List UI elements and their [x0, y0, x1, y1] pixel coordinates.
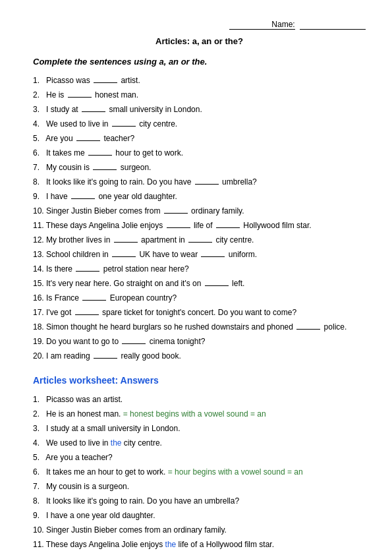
q14: 14. Is there petrol station near here?	[33, 263, 366, 275]
a2: 2. He is an honest man. = honest begins …	[33, 408, 366, 420]
answers-title: Articles worksheet: Answers	[33, 375, 366, 386]
a11: 11. These days Angelina Jolie enjoys the…	[33, 539, 366, 550]
a5: 5. Are you a teacher?	[33, 452, 366, 463]
a3: 3. I study at a small university in Lond…	[33, 423, 366, 434]
main-title: Articles: a, an or the?	[33, 36, 366, 46]
q18: 18. Simon thought he heard burglars so h…	[33, 321, 366, 333]
a6: 6. It takes me an hour to get to work. =…	[33, 466, 366, 478]
q4: 4. We used to live in city centre.	[33, 118, 366, 130]
q20: 20. I am reading really good book.	[33, 350, 366, 362]
a4: 4. We used to live in the city centre.	[33, 437, 366, 449]
q16: 16. Is France European country?	[33, 292, 366, 304]
q11: 11. These days Angelina Jolie enjoys lif…	[33, 219, 366, 231]
q19: 19. Do you want to go to cinema tonight?	[33, 336, 366, 347]
a7: 7. My cousin is a surgeon.	[33, 481, 366, 492]
question-list: 1. Picasso was artist. 2. He is honest m…	[33, 74, 366, 362]
q6: 6. It takes me hour to get to work.	[33, 147, 366, 159]
q17: 17. I've got spare ticket for tonight's …	[33, 307, 366, 318]
q10: 10. Singer Justin Bieber comes from ordi…	[33, 205, 366, 217]
a9: 9. I have a one year old daughter.	[33, 510, 366, 521]
section-instruction: Complete the sentences using a, an or th…	[33, 57, 366, 67]
a1: 1. Picasso was an artist.	[33, 394, 366, 405]
a10: 10. Singer Justin Bieber comes from an o…	[33, 524, 366, 536]
q13: 13. School children in UK have to wear u…	[33, 248, 366, 260]
name-label: Name:	[229, 20, 295, 30]
a8: 8. It looks like it's going to rain. Do …	[33, 495, 366, 507]
q12: 12. My brother lives in apartment in cit…	[33, 234, 366, 246]
q8: 8. It looks like it's going to rain. Do …	[33, 176, 366, 188]
q2: 2. He is honest man.	[33, 89, 366, 101]
q5: 5. Are you teacher?	[33, 132, 366, 144]
q1: 1. Picasso was artist.	[33, 74, 366, 86]
name-underline	[300, 20, 366, 30]
answer-list: 1. Picasso was an artist. 2. He is an ho…	[33, 394, 366, 555]
q9: 9. I have one year old daughter.	[33, 190, 366, 202]
name-line: Name:	[33, 20, 366, 30]
q3: 3. I study at small university in London…	[33, 103, 366, 115]
q15: 15. It's very near here. Go straight on …	[33, 278, 366, 289]
q7: 7. My cousin is surgeon.	[33, 161, 366, 173]
